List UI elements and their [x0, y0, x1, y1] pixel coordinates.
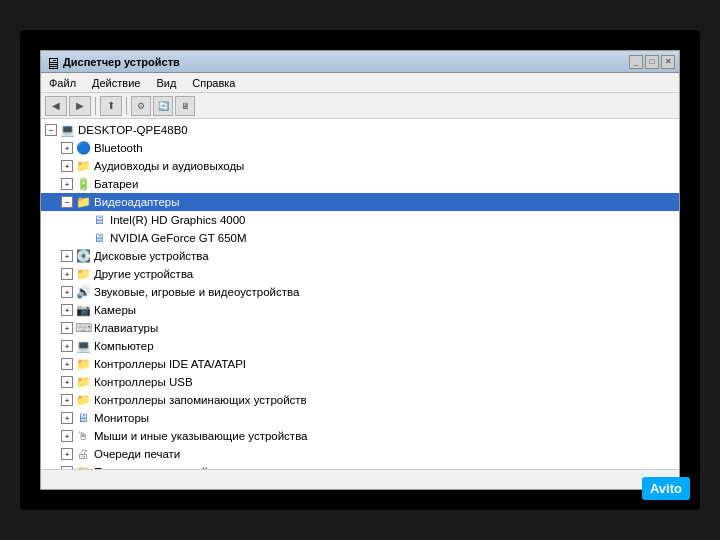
window-controls: _ □ ✕ — [629, 55, 675, 69]
item-label-storage: Контроллеры запоминающих устройств — [94, 394, 307, 406]
toolbar: ◀ ▶ ⬆ ⚙ 🔄 🖥 — [41, 93, 679, 119]
forward-button[interactable]: ▶ — [69, 96, 91, 116]
avito-badge: Avito — [642, 477, 690, 500]
title-bar: 🖥 Диспетчер устройств _ □ ✕ — [41, 51, 679, 73]
screen-wrapper: 🖥 Диспетчер устройств _ □ ✕ Файл Действи… — [20, 30, 700, 510]
tree-item-display[interactable]: −📁Видеоадаптеры — [41, 193, 679, 211]
tree-item-audio[interactable]: +📁Аудиовходы и аудиовыходы — [41, 157, 679, 175]
minimize-button[interactable]: _ — [629, 55, 643, 69]
item-label-cameras: Камеры — [94, 304, 136, 316]
item-label-intel_hd: Intel(R) HD Graphics 4000 — [110, 214, 246, 226]
tree-item-mice[interactable]: +🖱Мыши и иные указывающие устройства — [41, 427, 679, 445]
expand-btn-printers[interactable]: + — [61, 448, 73, 460]
item-icon-computer: 💻 — [75, 338, 91, 354]
status-bar — [41, 469, 679, 489]
item-icon-keyboards: ⌨ — [75, 320, 91, 336]
expand-btn-monitors[interactable]: + — [61, 412, 73, 424]
item-icon-audio: 📁 — [75, 158, 91, 174]
tree-item-bluetooth[interactable]: +🔵Bluetooth — [41, 139, 679, 157]
expand-btn-sound[interactable]: + — [61, 286, 73, 298]
item-label-bluetooth: Bluetooth — [94, 142, 143, 154]
menu-action[interactable]: Действие — [88, 75, 144, 91]
tree-item-other[interactable]: +📁Другие устройства — [41, 265, 679, 283]
maximize-button[interactable]: □ — [645, 55, 659, 69]
item-label-ide: Контроллеры IDE ATA/ATAPI — [94, 358, 246, 370]
properties-button[interactable]: ⚙ — [131, 96, 151, 116]
item-icon-battery: 🔋 — [75, 176, 91, 192]
tree-item-computer[interactable]: +💻Компьютер — [41, 337, 679, 355]
item-icon-root: 💻 — [59, 122, 75, 138]
item-icon-cameras: 📷 — [75, 302, 91, 318]
item-label-computer: Компьютер — [94, 340, 154, 352]
item-label-printers: Очереди печати — [94, 448, 180, 460]
tree-item-disks[interactable]: +💽Дисковые устройства — [41, 247, 679, 265]
tree-item-sound[interactable]: +🔊Звуковые, игровые и видеоустройства — [41, 283, 679, 301]
expand-btn-mice[interactable]: + — [61, 430, 73, 442]
item-icon-disks: 💽 — [75, 248, 91, 264]
expand-btn-battery[interactable]: + — [61, 178, 73, 190]
menu-view[interactable]: Вид — [152, 75, 180, 91]
item-icon-intel_hd: 🖥 — [91, 212, 107, 228]
item-icon-sound: 🔊 — [75, 284, 91, 300]
up-button[interactable]: ⬆ — [100, 96, 122, 116]
menu-file[interactable]: Файл — [45, 75, 80, 91]
menu-help[interactable]: Справка — [188, 75, 239, 91]
tree-item-keyboards[interactable]: +⌨Клавиатуры — [41, 319, 679, 337]
expand-btn-usb[interactable]: + — [61, 376, 73, 388]
item-label-root: DESKTOP-QPE48B0 — [78, 124, 188, 136]
item-label-mice: Мыши и иные указывающие устройства — [94, 430, 308, 442]
expand-btn-bluetooth[interactable]: + — [61, 142, 73, 154]
expand-btn-cameras[interactable]: + — [61, 304, 73, 316]
toolbar-separator — [95, 97, 96, 115]
item-icon-storage: 📁 — [75, 392, 91, 408]
expand-btn-display[interactable]: − — [61, 196, 73, 208]
content-area: −💻DESKTOP-QPE48B0+🔵Bluetooth+📁Аудиовходы… — [41, 119, 679, 469]
menu-bar: Файл Действие Вид Справка — [41, 73, 679, 93]
item-label-battery: Батареи — [94, 178, 138, 190]
tree-item-nvidia[interactable]: 🖥NVIDIA GeForce GT 650M — [41, 229, 679, 247]
item-icon-printers: 🖨 — [75, 446, 91, 462]
tree-item-monitors[interactable]: +🖥Мониторы — [41, 409, 679, 427]
item-icon-mice: 🖱 — [75, 428, 91, 444]
monitor-button[interactable]: 🖥 — [175, 96, 195, 116]
device-tree[interactable]: −💻DESKTOP-QPE48B0+🔵Bluetooth+📁Аудиовходы… — [41, 119, 679, 469]
item-icon-other: 📁 — [75, 266, 91, 282]
tree-item-printers[interactable]: +🖨Очереди печати — [41, 445, 679, 463]
item-icon-nvidia: 🖥 — [91, 230, 107, 246]
expand-btn-ide[interactable]: + — [61, 358, 73, 370]
tree-item-root[interactable]: −💻DESKTOP-QPE48B0 — [41, 121, 679, 139]
item-label-nvidia: NVIDIA GeForce GT 650M — [110, 232, 247, 244]
tree-item-storage[interactable]: +📁Контроллеры запоминающих устройств — [41, 391, 679, 409]
tree-item-cameras[interactable]: +📷Камеры — [41, 301, 679, 319]
expand-btn-keyboards[interactable]: + — [61, 322, 73, 334]
item-label-disks: Дисковые устройства — [94, 250, 209, 262]
window-icon: 🖥 — [45, 55, 59, 69]
item-label-display: Видеоадаптеры — [94, 196, 180, 208]
expand-btn-storage[interactable]: + — [61, 394, 73, 406]
window-title: Диспетчер устройств — [63, 56, 629, 68]
scan-button[interactable]: 🔄 — [153, 96, 173, 116]
tree-item-usb[interactable]: +📁Контроллеры USB — [41, 373, 679, 391]
item-icon-usb: 📁 — [75, 374, 91, 390]
close-button[interactable]: ✕ — [661, 55, 675, 69]
item-label-sound: Звуковые, игровые и видеоустройства — [94, 286, 299, 298]
item-label-usb: Контроллеры USB — [94, 376, 193, 388]
item-label-monitors: Мониторы — [94, 412, 149, 424]
device-manager-window: 🖥 Диспетчер устройств _ □ ✕ Файл Действи… — [40, 50, 680, 490]
expand-btn-root[interactable]: − — [45, 124, 57, 136]
expand-btn-disks[interactable]: + — [61, 250, 73, 262]
item-label-keyboards: Клавиатуры — [94, 322, 158, 334]
tree-item-ide[interactable]: +📁Контроллеры IDE ATA/ATAPI — [41, 355, 679, 373]
item-icon-bluetooth: 🔵 — [75, 140, 91, 156]
back-button[interactable]: ◀ — [45, 96, 67, 116]
expand-btn-other[interactable]: + — [61, 268, 73, 280]
tree-item-battery[interactable]: +🔋Батареи — [41, 175, 679, 193]
expand-btn-audio[interactable]: + — [61, 160, 73, 172]
tree-item-intel_hd[interactable]: 🖥Intel(R) HD Graphics 4000 — [41, 211, 679, 229]
toolbar-separator-2 — [126, 97, 127, 115]
expand-btn-computer[interactable]: + — [61, 340, 73, 352]
item-label-other: Другие устройства — [94, 268, 193, 280]
item-label-audio: Аудиовходы и аудиовыходы — [94, 160, 244, 172]
item-icon-monitors: 🖥 — [75, 410, 91, 426]
item-icon-ide: 📁 — [75, 356, 91, 372]
